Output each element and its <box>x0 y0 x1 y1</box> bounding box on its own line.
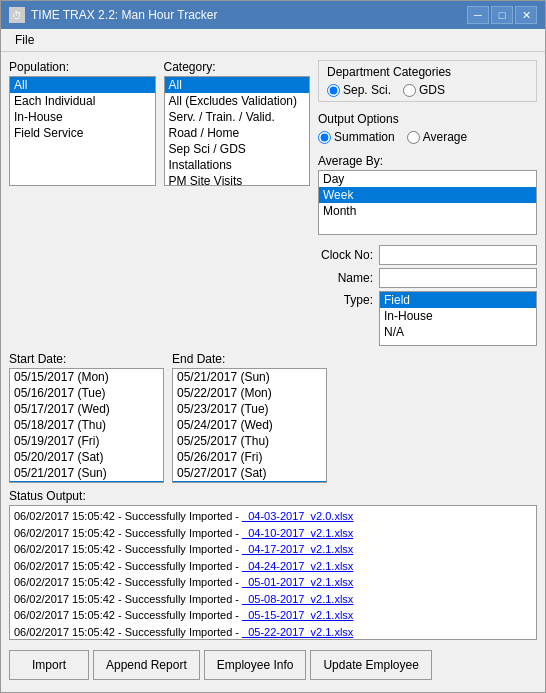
append-report-button[interactable]: Append Report <box>93 650 200 680</box>
start-date-item[interactable]: 05/19/2017 (Fri) <box>10 433 163 449</box>
population-listbox[interactable]: AllEach IndividualIn-HouseField Service <box>9 76 156 186</box>
avg-by-item[interactable]: Day <box>319 171 536 187</box>
avg-by-item[interactable]: Week <box>319 187 536 203</box>
avg-by-item[interactable]: Month <box>319 203 536 219</box>
start-date-listbox[interactable]: 05/15/2017 (Mon)05/16/2017 (Tue)05/17/20… <box>9 368 164 483</box>
type-item[interactable]: N/A <box>380 324 536 340</box>
category-listbox[interactable]: AllAll (Excludes Validation)Serv. / Trai… <box>164 76 311 186</box>
end-date-item[interactable]: 05/22/2017 (Mon) <box>173 385 326 401</box>
clock-no-input[interactable] <box>379 245 537 265</box>
start-date-label: Start Date: <box>9 352 164 366</box>
status-line: 06/02/2017 15:05:42 - Successfully Impor… <box>14 624 532 641</box>
start-date-item[interactable]: 05/15/2017 (Mon) <box>10 369 163 385</box>
fields-section: Clock No: Name: Type: FieldIn-HouseN/A <box>318 245 537 346</box>
dept-title: Department Categories <box>327 65 528 79</box>
population-item[interactable]: In-House <box>10 109 155 125</box>
maximize-button[interactable]: □ <box>491 6 513 24</box>
category-item[interactable]: All <box>165 77 310 93</box>
app-icon: ⏱ <box>9 7 25 23</box>
start-date-item[interactable]: 05/18/2017 (Thu) <box>10 417 163 433</box>
type-item[interactable]: In-House <box>380 308 536 324</box>
status-line: 06/02/2017 15:05:42 - Successfully Impor… <box>14 508 532 525</box>
minimize-button[interactable]: ─ <box>467 6 489 24</box>
end-date-item[interactable]: 05/27/2017 (Sat) <box>173 465 326 481</box>
population-item[interactable]: All <box>10 77 155 93</box>
output-options-box: Output Options Summation Average <box>318 112 537 144</box>
type-label: Type: <box>318 291 373 307</box>
type-listbox[interactable]: FieldIn-HouseN/A <box>379 291 537 346</box>
status-link[interactable]: _04-10-2017_v2.1.xlsx <box>242 527 353 539</box>
end-date-listbox[interactable]: 05/21/2017 (Sun)05/22/2017 (Mon)05/23/20… <box>172 368 327 483</box>
end-date-panel: End Date: 05/21/2017 (Sun)05/22/2017 (Mo… <box>172 352 327 483</box>
status-output-box: 06/02/2017 15:05:42 - Successfully Impor… <box>9 505 537 640</box>
end-date-item[interactable]: 05/23/2017 (Tue) <box>173 401 326 417</box>
dept-sep-sci-option[interactable]: Sep. Sci. <box>327 83 391 97</box>
type-row: Type: FieldIn-HouseN/A <box>318 291 537 346</box>
start-date-item[interactable]: 05/20/2017 (Sat) <box>10 449 163 465</box>
status-link[interactable]: _05-08-2017_v2.1.xlsx <box>242 593 353 605</box>
menu-file[interactable]: File <box>9 31 40 49</box>
dates-section: Start Date: 05/15/2017 (Mon)05/16/2017 (… <box>9 352 537 483</box>
status-label: Status Output: <box>9 489 537 503</box>
output-summation-radio[interactable] <box>318 131 331 144</box>
output-average-option[interactable]: Average <box>407 130 467 144</box>
dept-sep-sci-label: Sep. Sci. <box>343 83 391 97</box>
end-date-item[interactable]: 05/24/2017 (Wed) <box>173 417 326 433</box>
category-item[interactable]: PM Site Visits <box>165 173 310 186</box>
category-panel: Category: AllAll (Excludes Validation)Se… <box>164 60 311 346</box>
dept-radio-group: Sep. Sci. GDS <box>327 83 528 97</box>
name-input[interactable] <box>379 268 537 288</box>
status-line: 06/02/2017 15:05:42 - Successfully Impor… <box>14 574 532 591</box>
name-label: Name: <box>318 271 373 285</box>
start-date-item[interactable]: 05/21/2017 (Sun) <box>10 465 163 481</box>
population-item[interactable]: Each Individual <box>10 93 155 109</box>
category-label: Category: <box>164 60 311 74</box>
title-bar: ⏱ TIME TRAX 2.2: Man Hour Tracker ─ □ ✕ <box>1 1 545 29</box>
end-date-item[interactable]: 05/26/2017 (Fri) <box>173 449 326 465</box>
import-button[interactable]: Import <box>9 650 89 680</box>
population-label: Population: <box>9 60 156 74</box>
end-date-item[interactable]: 05/28/2017 (Sun) <box>173 481 326 483</box>
start-date-item[interactable]: 05/22/2017 (Mon) <box>10 481 163 483</box>
avg-by-box: Average By: DayWeekMonth <box>318 154 537 235</box>
category-item[interactable]: Sep Sci / GDS <box>165 141 310 157</box>
status-link[interactable]: _04-17-2017_v2.1.xlsx <box>242 543 353 555</box>
end-date-item[interactable]: 05/25/2017 (Thu) <box>173 433 326 449</box>
employee-info-button[interactable]: Employee Info <box>204 650 307 680</box>
dept-sep-sci-radio[interactable] <box>327 84 340 97</box>
window-title: TIME TRAX 2.2: Man Hour Tracker <box>31 8 218 22</box>
status-line: 06/02/2017 15:05:42 - Successfully Impor… <box>14 591 532 608</box>
category-item[interactable]: Installations <box>165 157 310 173</box>
status-link[interactable]: _05-22-2017_v2.1.xlsx <box>242 626 353 638</box>
end-date-label: End Date: <box>172 352 327 366</box>
population-panel: Population: AllEach IndividualIn-HouseFi… <box>9 60 156 346</box>
status-link[interactable]: _04-03-2017_v2.0.xlsx <box>242 510 353 522</box>
end-date-item[interactable]: 05/21/2017 (Sun) <box>173 369 326 385</box>
start-date-item[interactable]: 05/16/2017 (Tue) <box>10 385 163 401</box>
clock-no-label: Clock No: <box>318 248 373 262</box>
status-line: 06/02/2017 15:05:42 - Successfully Impor… <box>14 525 532 542</box>
dept-gds-radio[interactable] <box>403 84 416 97</box>
status-section: Status Output: 06/02/2017 15:05:42 - Suc… <box>9 489 537 640</box>
dept-gds-option[interactable]: GDS <box>403 83 445 97</box>
category-item[interactable]: All (Excludes Validation) <box>165 93 310 109</box>
status-link[interactable]: _04-24-2017_v2.1.xlsx <box>242 560 353 572</box>
category-item[interactable]: Road / Home <box>165 125 310 141</box>
status-link[interactable]: _05-01-2017_v2.1.xlsx <box>242 576 353 588</box>
category-item[interactable]: Serv. / Train. / Valid. <box>165 109 310 125</box>
close-button[interactable]: ✕ <box>515 6 537 24</box>
output-summation-option[interactable]: Summation <box>318 130 395 144</box>
start-date-item[interactable]: 05/17/2017 (Wed) <box>10 401 163 417</box>
avg-by-listbox[interactable]: DayWeekMonth <box>318 170 537 235</box>
name-row: Name: <box>318 268 537 288</box>
output-average-label: Average <box>423 130 467 144</box>
output-average-radio[interactable] <box>407 131 420 144</box>
type-item[interactable]: Field <box>380 292 536 308</box>
status-link[interactable]: _05-15-2017_v2.1.xlsx <box>242 609 353 621</box>
status-line: 06/02/2017 15:05:42 - Successfully Impor… <box>14 558 532 575</box>
avg-by-title: Average By: <box>318 154 537 168</box>
population-item[interactable]: Field Service <box>10 125 155 141</box>
right-spacer <box>335 352 537 483</box>
dept-gds-label: GDS <box>419 83 445 97</box>
update-employee-button[interactable]: Update Employee <box>310 650 431 680</box>
